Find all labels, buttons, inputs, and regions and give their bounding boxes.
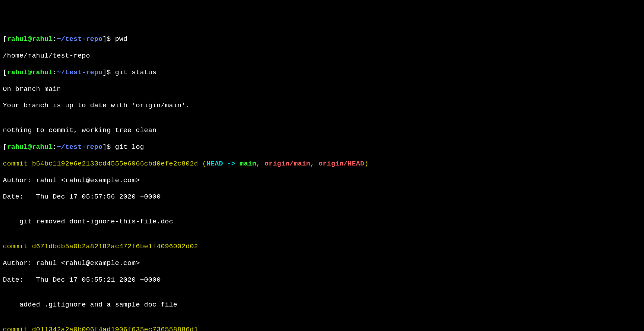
output-pwd: /home/rahul/test-repo	[3, 52, 641, 60]
command-git-status: git status	[115, 69, 157, 76]
commit-hash: d671dbdb5a0b2a82182ac472f6be1f4096002d02	[32, 243, 198, 250]
output-status-clean: nothing to commit, working tree clean	[3, 126, 641, 135]
commit-1-message: git removed dont-ignore-this-file.doc	[3, 218, 641, 226]
commit-hash: d011342a2a0b006f4ad1906f635ec736558886d1	[32, 326, 198, 331]
commit-hash: b64bc1192e6e2133cd4555e6966cbd0efe2c802d	[32, 160, 198, 168]
ref-origin-main: origin/main	[264, 160, 310, 168]
commit-label: commit	[3, 160, 32, 168]
commit-1-date: Date: Thu Dec 17 05:57:56 2020 +0000	[3, 193, 641, 201]
prompt-bracket-close: ]	[103, 35, 107, 43]
ref-comma: ,	[256, 160, 264, 168]
commit-1-header: commit b64bc1192e6e2133cd4555e6966cbd0ef…	[3, 160, 641, 168]
terminal-line-prompt-log[interactable]: [rahul@rahul:~/test-repo]$ git log	[3, 143, 641, 151]
command-git-log: git log	[115, 143, 144, 151]
ref-paren-close: )	[364, 160, 369, 168]
output-status-uptodate: Your branch is up to date with 'origin/m…	[3, 102, 641, 110]
ref-paren-open: (	[198, 160, 206, 168]
commit-1-author: Author: rahul <rahul@example.com>	[3, 177, 641, 185]
prompt-host: rahul	[32, 35, 53, 43]
prompt-at: @	[28, 35, 32, 43]
command-pwd: pwd	[115, 35, 127, 43]
commit-2-header: commit d671dbdb5a0b2a82182ac472f6be1f409…	[3, 243, 641, 251]
commit-label: commit	[3, 326, 32, 331]
commit-label: commit	[3, 243, 32, 250]
commit-2-message: added .gitignore and a sample doc file	[3, 301, 641, 309]
commit-3-header: commit d011342a2a0b006f4ad1906f635ec7365…	[3, 326, 641, 331]
ref-comma: ,	[310, 160, 318, 168]
output-status-branch: On branch main	[3, 85, 641, 93]
prompt-user: rahul	[7, 35, 28, 43]
prompt-tilde: ~	[57, 35, 61, 43]
ref-origin-head: origin/HEAD	[318, 160, 364, 168]
prompt-colon: :	[53, 35, 57, 43]
terminal-line-prompt-pwd[interactable]: [rahul@rahul:~/test-repo]$ pwd	[3, 35, 641, 43]
ref-head: HEAD ->	[206, 160, 240, 168]
commit-2-author: Author: rahul <rahul@example.com>	[3, 259, 641, 267]
commit-2-date: Date: Thu Dec 17 05:55:21 2020 +0000	[3, 276, 641, 284]
prompt-dollar: $	[107, 35, 111, 43]
prompt-bracket-open: [	[3, 35, 7, 43]
prompt-path: /test-repo	[61, 35, 103, 43]
terminal-line-prompt-status[interactable]: [rahul@rahul:~/test-repo]$ git status	[3, 69, 641, 77]
ref-main: main	[240, 160, 256, 168]
